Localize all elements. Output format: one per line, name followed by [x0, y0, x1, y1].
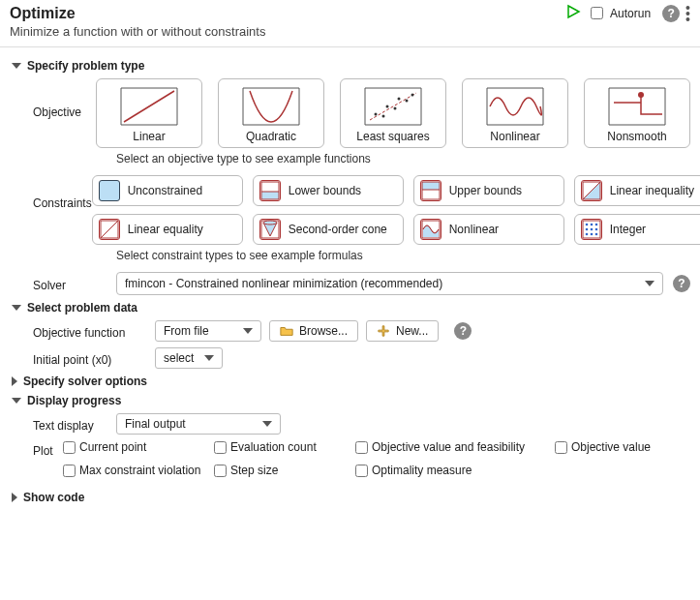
- text-display-value: Final output: [125, 417, 186, 431]
- lower-bounds-icon: [259, 180, 281, 201]
- section-label: Specify problem type: [27, 59, 144, 73]
- folder-icon: [280, 325, 293, 337]
- objective-function-label: Objective function: [33, 322, 155, 340]
- autorun-label: Autorun: [610, 7, 651, 20]
- page-subtitle: Minimize a function with or without cons…: [0, 24, 700, 46]
- svg-point-37: [585, 233, 588, 236]
- second-order-cone-icon: [259, 219, 281, 240]
- constraint-option-integer[interactable]: Integer: [574, 214, 700, 245]
- initial-point-label: Initial point (x0): [33, 349, 155, 367]
- linear-icon: [101, 85, 198, 128]
- objective-hint: Select an objective type to see example …: [116, 152, 690, 165]
- initial-point-value: select: [164, 351, 194, 365]
- checkbox-label: Objective value and feasibility: [372, 440, 525, 454]
- section-show-code[interactable]: Show code: [12, 491, 690, 504]
- chevron-down-icon: [243, 328, 253, 334]
- section-specify-solver-options[interactable]: Specify solver options: [12, 375, 690, 388]
- chevron-down-icon: [204, 355, 214, 361]
- svg-point-7: [382, 115, 385, 118]
- constraint-label-text: Lower bounds: [289, 184, 361, 197]
- section-label: Display progress: [27, 394, 121, 407]
- autorun-checkbox[interactable]: Autorun: [587, 4, 651, 22]
- solver-help-icon[interactable]: ?: [673, 275, 690, 292]
- new-button[interactable]: New...: [366, 320, 439, 342]
- svg-point-34: [585, 228, 588, 231]
- svg-point-9: [394, 107, 397, 110]
- svg-point-28: [263, 221, 277, 225]
- browse-label: Browse...: [299, 324, 348, 338]
- initial-point-dropdown[interactable]: select: [155, 347, 223, 369]
- svg-point-11: [406, 100, 409, 103]
- constraint-option-linear-inequality[interactable]: Linear inequality: [574, 175, 700, 206]
- constraint-label-text: Upper bounds: [449, 184, 522, 197]
- svg-rect-16: [261, 192, 279, 199]
- plot-checkbox-optimality-measure[interactable]: Optimality measure: [355, 464, 549, 477]
- checkbox-label: Current point: [79, 440, 146, 454]
- solver-value: fmincon - Constrained nonlinear minimiza…: [125, 277, 442, 290]
- constraint-option-nonlinear[interactable]: Nonlinear: [413, 214, 564, 245]
- svg-point-39: [594, 233, 597, 236]
- constraints-label: Constraints: [33, 175, 92, 210]
- more-menu-icon[interactable]: •••: [685, 5, 690, 22]
- svg-point-12: [411, 94, 414, 97]
- objective-function-value: From file: [164, 324, 209, 338]
- text-display-dropdown[interactable]: Final output: [116, 413, 281, 435]
- constraint-option-upper-bounds[interactable]: Upper bounds: [413, 175, 564, 206]
- constraint-option-linear-equality[interactable]: Linear equality: [92, 214, 243, 245]
- svg-marker-0: [568, 6, 579, 17]
- objective-function-dropdown[interactable]: From file: [155, 320, 261, 342]
- svg-rect-14: [609, 88, 665, 125]
- objective-option-nonlinear[interactable]: Nonlinear: [462, 78, 568, 148]
- plot-checkbox-current-point[interactable]: Current point: [63, 440, 208, 454]
- help-icon[interactable]: ?: [662, 5, 680, 22]
- new-label: New...: [396, 324, 428, 338]
- svg-line-2: [124, 91, 174, 122]
- chevron-down-icon: [645, 281, 654, 286]
- objective-option-least-squares[interactable]: Least squares: [340, 78, 446, 148]
- constraint-option-unconstrained[interactable]: Unconstrained: [92, 175, 243, 206]
- section-display-progress[interactable]: Display progress: [12, 394, 690, 407]
- plot-checkbox-step-size[interactable]: Step size: [214, 464, 350, 477]
- plot-checkbox-max-constraint-violation[interactable]: Max constraint violation: [63, 464, 208, 477]
- checkbox-label: Objective value: [571, 440, 651, 454]
- svg-point-6: [375, 113, 378, 116]
- plot-checkbox-objective-value[interactable]: Objective value: [555, 440, 690, 454]
- checkbox-label: Max constraint violation: [79, 464, 200, 477]
- objective-option-nonsmooth[interactable]: Nonsmooth: [584, 78, 690, 148]
- section-label: Specify solver options: [23, 375, 147, 388]
- nonlinear-constraint-icon: [420, 219, 441, 240]
- objective-label-text: Least squares: [345, 130, 441, 143]
- objective-label-text: Linear: [101, 130, 198, 143]
- run-icon[interactable]: [565, 4, 581, 22]
- svg-point-36: [594, 228, 597, 231]
- objective-label-text: Nonlinear: [467, 130, 563, 143]
- constraint-option-lower-bounds[interactable]: Lower bounds: [253, 175, 404, 206]
- svg-point-32: [590, 224, 593, 226]
- svg-line-26: [101, 221, 118, 238]
- browse-button[interactable]: Browse...: [269, 320, 358, 342]
- svg-point-38: [590, 233, 593, 236]
- chevron-down-icon: [12, 305, 21, 311]
- plot-label: Plot: [33, 440, 63, 458]
- section-label: Select problem data: [27, 301, 137, 315]
- chevron-down-icon: [12, 398, 21, 404]
- objective-option-linear[interactable]: Linear: [96, 78, 202, 148]
- svg-line-5: [370, 93, 416, 120]
- plot-checkbox-objective-value-and-feasibility[interactable]: Objective value and feasibility: [355, 440, 549, 454]
- objective-option-quadratic[interactable]: Quadratic: [218, 78, 324, 148]
- text-display-label: Text display: [33, 415, 116, 433]
- svg-point-8: [386, 105, 389, 108]
- objective-function-help-icon[interactable]: ?: [454, 322, 472, 340]
- solver-dropdown[interactable]: fmincon - Constrained nonlinear minimiza…: [116, 272, 663, 295]
- section-specify-problem-type[interactable]: Specify problem type: [12, 59, 690, 73]
- svg-rect-19: [422, 182, 440, 190]
- svg-rect-13: [487, 88, 543, 125]
- chevron-down-icon: [12, 63, 21, 69]
- linear-equality-icon: [99, 219, 120, 240]
- unconstrained-icon: [99, 180, 120, 201]
- section-select-problem-data[interactable]: Select problem data: [12, 301, 690, 315]
- chevron-down-icon: [262, 421, 272, 427]
- plot-checkbox-evaluation-count[interactable]: Evaluation count: [214, 440, 350, 454]
- constraint-option-second-order-cone[interactable]: Second-order cone: [253, 214, 404, 245]
- chevron-right-icon: [12, 376, 17, 386]
